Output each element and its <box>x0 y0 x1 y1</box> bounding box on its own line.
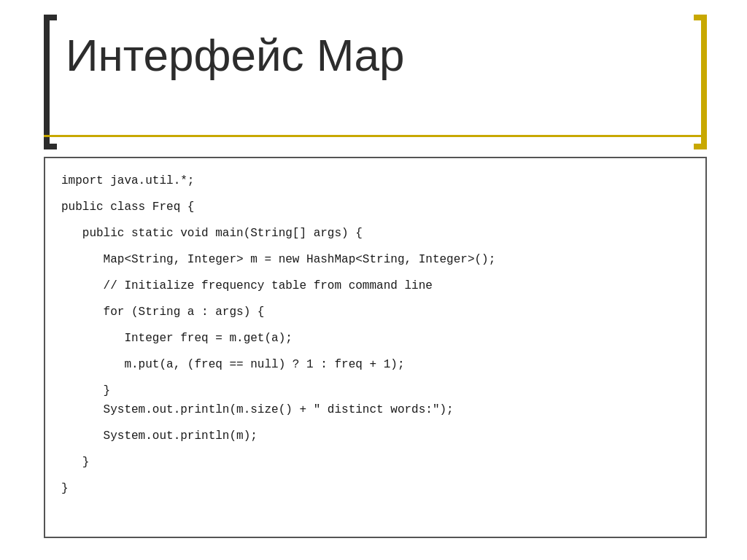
code-line: public class Freq { <box>61 198 689 217</box>
code-line: } <box>61 453 689 472</box>
code-line: System.out.println(m.size() + " distinct… <box>61 400 689 419</box>
code-line: System.out.println(m); <box>61 427 689 446</box>
code-empty-line <box>61 420 689 427</box>
code-line: import java.util.*; <box>61 171 689 190</box>
code-empty-line <box>61 322 689 329</box>
code-empty-line <box>61 446 689 454</box>
code-line: public static void main(String[] args) { <box>61 224 689 243</box>
left-bracket <box>44 15 57 149</box>
code-line: Integer freq = m.get(a); <box>61 329 689 348</box>
code-line: } <box>61 381 689 400</box>
title-underline <box>44 135 707 137</box>
code-empty-line <box>61 348 689 355</box>
code-empty-line <box>61 269 689 276</box>
code-empty-line <box>61 374 689 381</box>
slide-title: Интерфейс Map <box>66 29 404 81</box>
code-empty-line <box>61 190 689 198</box>
code-line: Map<String, Integer> m = new HashMap<Str… <box>61 250 689 269</box>
code-line: // Initialize frequency table from comma… <box>61 276 689 295</box>
code-block: import java.util.*;public class Freq { p… <box>44 157 707 538</box>
code-empty-line <box>61 472 689 480</box>
code-line: for (String a : args) { <box>61 303 689 322</box>
code-empty-line <box>61 217 689 224</box>
code-empty-line <box>61 243 689 250</box>
right-bracket <box>694 15 707 149</box>
code-line: } <box>61 479 689 498</box>
code-line: m.put(a, (freq == null) ? 1 : freq + 1); <box>61 355 689 374</box>
code-empty-line <box>61 295 689 303</box>
